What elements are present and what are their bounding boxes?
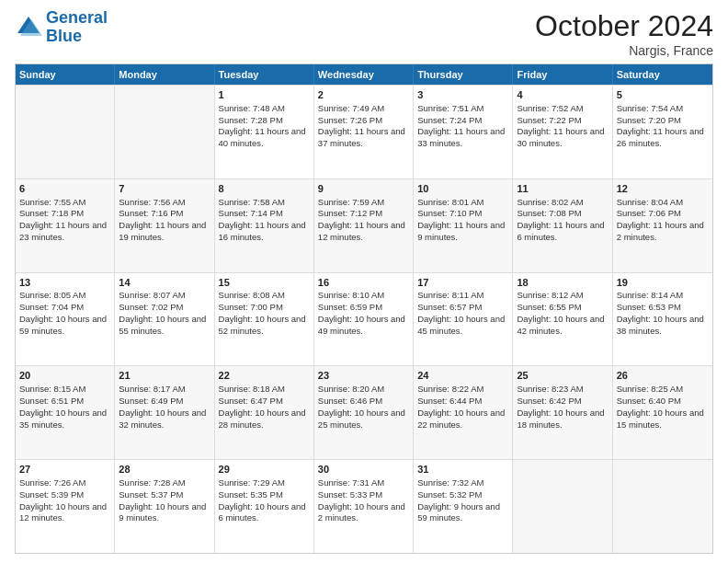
sunset-text: Sunset: 7:26 PM [318,115,382,125]
sunrise-text: Sunrise: 8:18 AM [219,384,285,394]
day-number: 12 [617,182,709,196]
calendar-row-5: 27Sunrise: 7:26 AMSunset: 5:39 PMDayligh… [16,459,712,553]
sunset-text: Sunset: 7:20 PM [617,115,681,125]
day-number: 11 [517,182,608,196]
day-number: 8 [219,182,310,196]
sunrise-text: Sunrise: 8:14 AM [617,290,683,300]
calendar-cell: 13Sunrise: 8:05 AMSunset: 7:04 PMDayligh… [16,273,115,366]
calendar-header: SundayMondayTuesdayWednesdayThursdayFrid… [16,64,712,85]
day-number: 29 [219,463,310,477]
sunset-text: Sunset: 7:10 PM [417,208,482,218]
daylight-text: Daylight: 11 hours and 19 minutes. [119,220,206,242]
calendar-cell [115,86,214,178]
day-number: 21 [119,369,210,383]
daylight-text: Daylight: 10 hours and 15 minutes. [617,408,704,430]
day-number: 31 [417,463,508,477]
day-number: 9 [318,182,409,196]
sunrise-text: Sunrise: 7:26 AM [19,477,85,488]
day-number: 20 [19,369,110,383]
daylight-text: Daylight: 11 hours and 6 minutes. [517,220,604,242]
daylight-text: Daylight: 10 hours and 42 minutes. [517,314,604,336]
daylight-text: Daylight: 11 hours and 33 minutes. [417,126,505,148]
calendar-cell: 10Sunrise: 8:01 AMSunset: 7:10 PMDayligh… [414,179,513,272]
sunrise-text: Sunrise: 8:23 AM [517,384,583,394]
sunrise-text: Sunrise: 8:04 AM [617,197,683,207]
sunset-text: Sunset: 7:12 PM [318,208,382,218]
calendar-cell: 23Sunrise: 8:20 AMSunset: 6:46 PMDayligh… [314,366,414,459]
sunrise-text: Sunrise: 7:56 AM [119,197,185,207]
calendar-cell: 26Sunrise: 8:25 AMSunset: 6:40 PMDayligh… [613,366,712,459]
daylight-text: Daylight: 10 hours and 49 minutes. [318,314,405,336]
sunrise-text: Sunrise: 7:52 AM [517,103,583,113]
calendar-cell: 30Sunrise: 7:31 AMSunset: 5:33 PMDayligh… [314,460,414,553]
sunset-text: Sunset: 6:47 PM [219,396,283,406]
sunset-text: Sunset: 7:24 PM [417,115,482,125]
daylight-text: Daylight: 10 hours and 38 minutes. [617,314,704,336]
sunrise-text: Sunrise: 7:54 AM [617,103,683,113]
sunset-text: Sunset: 5:33 PM [318,489,382,500]
daylight-text: Daylight: 10 hours and 22 minutes. [417,408,505,430]
day-number: 6 [19,182,110,196]
day-number: 15 [219,276,310,290]
day-number: 24 [417,369,508,383]
daylight-text: Daylight: 10 hours and 28 minutes. [219,408,306,430]
calendar-cell [513,460,612,553]
sunset-text: Sunset: 6:40 PM [617,396,681,406]
daylight-text: Daylight: 11 hours and 40 minutes. [219,126,306,148]
sunset-text: Sunset: 5:32 PM [417,489,482,500]
sunset-text: Sunset: 7:00 PM [219,302,283,312]
calendar-cell [613,460,712,553]
sunset-text: Sunset: 7:18 PM [19,208,84,218]
day-number: 4 [517,88,608,102]
sunrise-text: Sunrise: 7:58 AM [219,197,285,207]
calendar-cell: 31Sunrise: 7:32 AMSunset: 5:32 PMDayligh… [414,460,513,553]
sunset-text: Sunset: 7:08 PM [517,208,581,218]
calendar-cell: 17Sunrise: 8:11 AMSunset: 6:57 PMDayligh… [414,273,513,366]
calendar-cell: 9Sunrise: 7:59 AMSunset: 7:12 PMDaylight… [314,179,414,272]
calendar: SundayMondayTuesdayWednesdayThursdayFrid… [15,63,713,554]
sunset-text: Sunset: 7:04 PM [19,302,84,312]
calendar-cell: 18Sunrise: 8:12 AMSunset: 6:55 PMDayligh… [513,273,612,366]
calendar-cell: 7Sunrise: 7:56 AMSunset: 7:16 PMDaylight… [115,179,214,272]
calendar-cell: 22Sunrise: 8:18 AMSunset: 6:47 PMDayligh… [215,366,314,459]
day-number: 14 [119,276,210,290]
daylight-text: Daylight: 10 hours and 59 minutes. [19,314,107,336]
header-day-friday: Friday [513,64,612,85]
calendar-row-2: 6Sunrise: 7:55 AMSunset: 7:18 PMDaylight… [16,178,712,272]
logo-text: General Blue [46,9,108,46]
calendar-cell: 4Sunrise: 7:52 AMSunset: 7:22 PMDaylight… [513,86,612,178]
sunset-text: Sunset: 6:55 PM [517,302,581,312]
sunset-text: Sunset: 7:28 PM [219,115,283,125]
sunrise-text: Sunrise: 8:05 AM [19,290,85,300]
calendar-row-3: 13Sunrise: 8:05 AMSunset: 7:04 PMDayligh… [16,272,712,366]
calendar-body: 1Sunrise: 7:48 AMSunset: 7:28 PMDaylight… [16,85,712,553]
day-number: 5 [617,88,709,102]
day-number: 22 [219,369,310,383]
location: Nargis, France [535,43,713,58]
calendar-row-1: 1Sunrise: 7:48 AMSunset: 7:28 PMDaylight… [16,85,712,178]
day-number: 27 [19,463,110,477]
sunset-text: Sunset: 7:16 PM [119,208,183,218]
header-day-saturday: Saturday [613,64,712,85]
sunrise-text: Sunrise: 8:15 AM [19,384,85,394]
daylight-text: Daylight: 10 hours and 25 minutes. [318,408,405,430]
calendar-cell: 8Sunrise: 7:58 AMSunset: 7:14 PMDaylight… [215,179,314,272]
calendar-cell: 24Sunrise: 8:22 AMSunset: 6:44 PMDayligh… [414,366,513,459]
daylight-text: Daylight: 11 hours and 30 minutes. [517,126,604,148]
sunrise-text: Sunrise: 7:59 AM [318,197,384,207]
sunset-text: Sunset: 7:14 PM [219,208,283,218]
month-title: October 2024 [535,9,713,43]
sunset-text: Sunset: 6:57 PM [417,302,482,312]
daylight-text: Daylight: 11 hours and 16 minutes. [219,220,306,242]
sunset-text: Sunset: 7:02 PM [119,302,183,312]
calendar-cell: 25Sunrise: 8:23 AMSunset: 6:42 PMDayligh… [513,366,612,459]
day-number: 16 [318,276,409,290]
header: General Blue October 2024 Nargis, France [15,9,713,58]
header-day-tuesday: Tuesday [215,64,314,85]
daylight-text: Daylight: 10 hours and 55 minutes. [119,314,206,336]
logo-line2: Blue [46,28,108,46]
day-number: 10 [417,182,508,196]
day-number: 3 [417,88,508,102]
calendar-row-4: 20Sunrise: 8:15 AMSunset: 6:51 PMDayligh… [16,365,712,459]
sunset-text: Sunset: 6:53 PM [617,302,681,312]
